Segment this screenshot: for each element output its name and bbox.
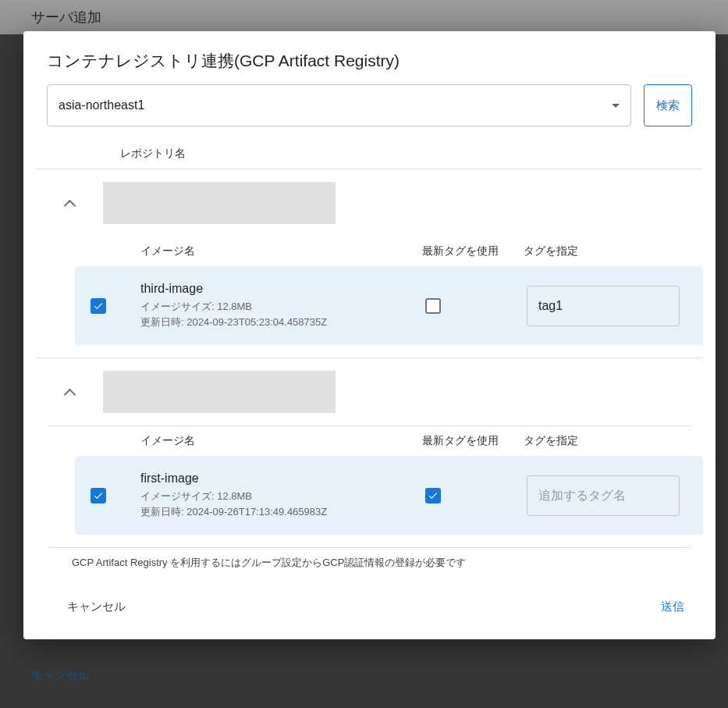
image-updated: 更新日時: 2024-09-26T17:13:49.465983Z — [140, 504, 425, 520]
specify-tag-header: タグを指定 — [524, 434, 680, 448]
image-select-checkbox[interactable] — [91, 298, 106, 314]
image-row: first-image イメージサイズ: 12.8MB 更新日時: 2024-0… — [75, 456, 703, 535]
repo-section: イメージ名 最新タグを使用 タグを指定 first-image イメージサイズ:… — [36, 358, 703, 535]
use-latest-checkbox[interactable] — [425, 488, 441, 503]
image-size: イメージサイズ: 12.8MB — [140, 489, 425, 504]
image-row: third-image イメージサイズ: 12.8MB 更新日時: 2024-0… — [75, 266, 703, 345]
latest-tag-header: 最新タグを使用 — [422, 244, 524, 258]
image-size: イメージサイズ: 12.8MB — [140, 299, 425, 315]
registry-modal: コンテナレジストリ連携(GCP Artifact Registry) asia-… — [23, 31, 716, 639]
region-select-value: asia-northeast1 — [59, 98, 144, 112]
tag-input[interactable] — [527, 475, 680, 516]
image-updated: 更新日時: 2024-09-23T05:23:04.458735Z — [140, 315, 425, 330]
submit-button[interactable]: 送信 — [661, 599, 684, 614]
footnote-text: GCP Artifact Registry を利用するにはグループ設定からGCP… — [48, 547, 691, 578]
cancel-button[interactable]: キャンセル — [67, 599, 126, 614]
image-name-header: イメージ名 — [140, 244, 422, 258]
repo-section: イメージ名 最新タグを使用 タグを指定 third-image イメージサイズ:… — [36, 169, 703, 345]
use-latest-checkbox[interactable] — [425, 298, 441, 314]
latest-tag-header: 最新タグを使用 — [422, 434, 524, 448]
image-name: first-image — [140, 471, 425, 486]
chevron-up-icon[interactable] — [64, 197, 75, 208]
chevron-up-icon[interactable] — [64, 386, 75, 397]
specify-tag-header: タグを指定 — [524, 244, 680, 258]
repo-name-placeholder — [103, 371, 336, 413]
modal-title: コンテナレジストリ連携(GCP Artifact Registry) — [47, 50, 692, 72]
tag-input[interactable] — [527, 286, 680, 326]
repo-column-header: レポジトリ名 — [36, 139, 703, 169]
image-name-header: イメージ名 — [140, 434, 422, 448]
region-select[interactable]: asia-northeast1 — [47, 84, 631, 126]
search-button[interactable]: 検索 — [644, 84, 692, 126]
dropdown-caret-icon — [612, 104, 620, 108]
image-select-checkbox[interactable] — [91, 488, 106, 503]
image-name: third-image — [140, 282, 425, 296]
repo-name-placeholder — [103, 182, 336, 224]
